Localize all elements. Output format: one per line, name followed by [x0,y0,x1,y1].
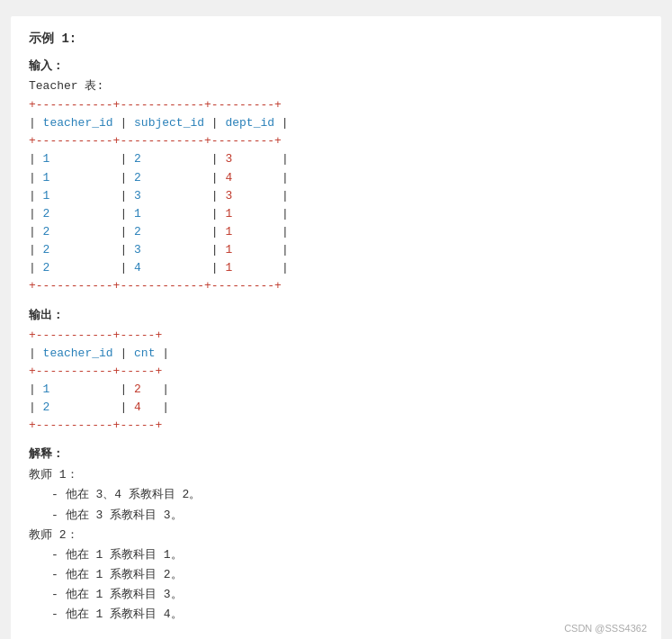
teacher2-line-4: - 他在 1 系教科目 4。 [29,605,643,625]
table-label: Teacher 表: [29,77,643,94]
footer-text: CSDN @SSS4362 [564,623,647,634]
teacher2-line-2: - 他在 1 系教科目 2。 [29,565,643,585]
input-table: +-----------+------------+---------+ | t… [29,96,643,296]
teacher2-line-1: - 他在 1 系教科目 1。 [29,545,643,565]
explanation-label: 解释： [29,446,643,462]
teacher1-line-2: - 他在 3 系教科目 3。 [29,506,643,526]
main-card: 示例 1: 输入： Teacher 表: +-----------+------… [11,16,661,639]
input-label: 输入： [29,58,643,74]
teacher1-line-1: - 他在 3、4 系教科目 2。 [29,485,643,505]
output-label: 输出： [29,307,643,323]
teacher2-line-3: - 他在 1 系教科目 3。 [29,585,643,605]
output-table: +-----------+-----+ | teacher_id | cnt |… [29,327,643,436]
teacher2-title: 教师 2： [29,526,643,545]
explanation-block: 教师 1： - 他在 3、4 系教科目 2。 - 他在 3 系教科目 3。 教师… [29,465,643,625]
teacher1-title: 教师 1： [29,465,643,485]
example-title: 示例 1: [29,31,643,47]
page-wrapper: 示例 1: 输入： Teacher 表: +-----------+------… [0,0,672,639]
